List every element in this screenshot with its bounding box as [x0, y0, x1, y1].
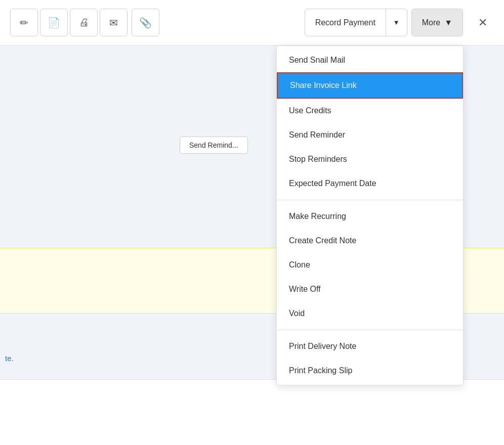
- dropdown-section-2: Make Recurring Create Credit Note Clone …: [277, 202, 463, 328]
- edit-button[interactable]: ✏: [10, 9, 38, 36]
- attach-icon: 📎: [139, 17, 152, 29]
- print-icon: 🖨: [79, 17, 89, 28]
- dropdown-item-expected-payment-date[interactable]: Expected Payment Date: [277, 171, 463, 196]
- dropdown-item-void[interactable]: Void: [277, 301, 463, 326]
- dropdown-item-clone[interactable]: Clone: [277, 253, 463, 277]
- dropdown-item-write-off[interactable]: Write Off: [277, 277, 463, 301]
- pdf-icon: 📄: [48, 17, 60, 29]
- edit-icon: ✏: [20, 17, 28, 29]
- pdf-button[interactable]: 📄: [40, 9, 68, 36]
- dropdown-item-share-invoice-link[interactable]: Share Invoice Link: [277, 72, 463, 99]
- more-label: More: [422, 18, 440, 27]
- send-reminder-bg-button[interactable]: Send Remind...: [180, 137, 248, 154]
- record-payment-dropdown-arrow[interactable]: ▼: [386, 9, 407, 36]
- dropdown-item-print-delivery-note[interactable]: Print Delivery Note: [277, 334, 463, 359]
- email-button[interactable]: ✉: [100, 9, 128, 36]
- more-button[interactable]: More ▼: [411, 9, 463, 36]
- dropdown-divider-1: [277, 200, 463, 200]
- dropdown-item-create-credit-note[interactable]: Create Credit Note: [277, 229, 463, 253]
- dropdown-item-print-packing-slip[interactable]: Print Packing Slip: [277, 359, 463, 383]
- dropdown-section-1: Send Snail Mail Share Invoice Link Use C…: [277, 46, 463, 198]
- more-dropdown-menu: Send Snail Mail Share Invoice Link Use C…: [276, 46, 464, 385]
- dropdown-item-make-recurring[interactable]: Make Recurring: [277, 204, 463, 229]
- dropdown-item-send-reminder[interactable]: Send Reminder: [277, 123, 463, 147]
- toolbar-icon-group: ✏ 📄 🖨 ✉: [10, 9, 128, 36]
- dropdown-divider-2: [277, 330, 463, 330]
- print-button[interactable]: 🖨: [70, 9, 98, 36]
- bottom-area: [0, 379, 504, 445]
- close-icon: ✕: [478, 16, 487, 29]
- close-button[interactable]: ✕: [471, 11, 494, 34]
- attach-button[interactable]: 📎: [132, 9, 159, 36]
- dropdown-item-use-credits[interactable]: Use Credits: [277, 99, 463, 123]
- record-payment-button[interactable]: Record Payment ▼: [305, 9, 407, 36]
- email-icon: ✉: [109, 17, 118, 29]
- dropdown-section-3: Print Delivery Note Print Packing Slip: [277, 332, 463, 385]
- dropdown-item-send-snail-mail[interactable]: Send Snail Mail: [277, 48, 463, 72]
- record-payment-label: Record Payment: [305, 9, 386, 36]
- more-arrow-icon: ▼: [444, 18, 452, 27]
- blue-link[interactable]: te.: [5, 354, 14, 363]
- dropdown-item-stop-reminders[interactable]: Stop Reminders: [277, 147, 463, 171]
- toolbar: ✏ 📄 🖨 ✉ 📎 Record Payment ▼ More ▼ ✕: [0, 0, 504, 46]
